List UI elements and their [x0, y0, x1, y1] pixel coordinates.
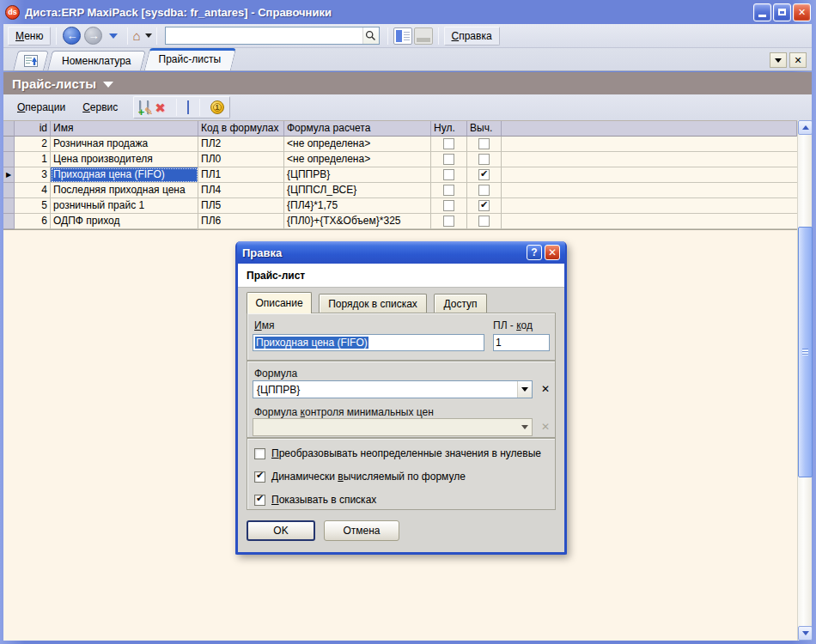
formula-combobox[interactable]: {ЦППРВ} [253, 380, 533, 398]
help-button[interactable]: Справка [444, 27, 500, 46]
table-row[interactable]: 5 розничный прайс 1 ПЛ5 {ПЛ4}*1,75 [3, 198, 797, 214]
checkbox-icon [254, 448, 265, 459]
home-icon[interactable]: ⌂ [132, 28, 140, 43]
section-dropdown-icon[interactable] [103, 82, 113, 88]
title-bar: ds Диста:ERP MaxiPack [sysdba: fr_antare… [0, 0, 816, 24]
table-view-button[interactable] [187, 101, 189, 113]
side-panel-icon [396, 30, 402, 42]
vych-checkbox [478, 216, 490, 227]
page-title: Прайс-листы [12, 76, 96, 91]
menu-operations[interactable]: Операции [9, 98, 74, 117]
side-panel-toggle-button[interactable] [393, 27, 412, 45]
close-button[interactable]: ✕ [793, 3, 811, 21]
app-logo-icon: ds [5, 5, 20, 20]
checkbox-icon [254, 495, 265, 506]
convert-undefined-checkbox[interactable]: Преобразовывать неопределенные значения … [254, 447, 541, 459]
currency-button[interactable]: 1 [210, 100, 224, 114]
vych-checkbox [478, 154, 490, 165]
tab-close-button[interactable]: ✕ [789, 52, 807, 68]
chevron-down-icon [521, 387, 528, 392]
edit-record-button[interactable] [147, 101, 149, 113]
table-row[interactable]: 4 Последняя приходная цена ПЛ4 {ЦППСЛ_ВС… [3, 183, 797, 198]
dialog-title: Правка [242, 246, 524, 259]
delete-record-button[interactable]: ✖ [155, 101, 166, 114]
show-in-lists-checkbox[interactable]: Показывать в списках [254, 494, 376, 506]
code-label: ПЛ - код [493, 319, 533, 331]
dialog-tab-access[interactable]: Доступ [434, 294, 487, 313]
chevron-down-icon [521, 425, 528, 429]
column-header-code[interactable]: Код в формулах [198, 121, 284, 137]
add-record-button[interactable] [139, 101, 141, 113]
tab-list-dropdown-button[interactable] [770, 52, 787, 68]
minimize-icon [758, 15, 766, 17]
table-row[interactable]: 3 Приходная цена (FIFO) ПЛ1 {ЦППРВ} [3, 167, 797, 183]
scrollbar-thumb[interactable] [798, 227, 813, 477]
nul-checkbox [443, 138, 454, 149]
name-input[interactable]: Приходная цена (FIFO) [253, 334, 484, 351]
history-dropdown-icon[interactable] [109, 33, 118, 39]
chevron-down-icon [775, 58, 782, 63]
scroll-down-button[interactable] [798, 626, 813, 641]
formula-panel: Формула {ЦППРВ} ✕ Формула контроля миним… [247, 361, 556, 438]
minimize-button[interactable] [753, 3, 771, 21]
bottom-panel-toggle-button[interactable] [414, 27, 433, 45]
bottom-panel-icon [417, 38, 430, 42]
table-icon [187, 100, 189, 114]
coin-icon: 1 [213, 103, 222, 112]
tab-start-page[interactable] [15, 51, 46, 70]
action-toolbar: ✖ 1 [133, 96, 230, 118]
search-input[interactable] [166, 28, 362, 43]
dynamic-formula-checkbox[interactable]: Динамически вычисляемый по формуле [254, 471, 466, 483]
name-label: Имя [254, 319, 274, 331]
edit-dialog: Правка ? ✕ Прайс-лист Описание Порядок в… [235, 241, 567, 555]
cancel-button[interactable]: Отмена [324, 520, 399, 541]
column-header-name[interactable]: Имя [51, 121, 198, 137]
scroll-up-button[interactable] [798, 120, 813, 135]
price-list-grid: id Имя Код в формулах Формула расчета Ну… [3, 121, 797, 229]
table-row[interactable]: 1 Цена производителя ПЛ0 <не определена> [3, 152, 797, 167]
vych-checkbox [478, 169, 490, 180]
selected-cell[interactable]: Приходная цена (FIFO) [51, 167, 198, 183]
tab-nomenklatura[interactable]: Номенклатура [50, 51, 143, 70]
back-button[interactable]: ← [63, 27, 81, 45]
column-header-formula[interactable]: Формула расчета [284, 121, 431, 137]
options-panel: Преобразовывать неопределенные значения … [247, 438, 556, 510]
table-row[interactable]: 2 Розничная продажа ПЛ2 <не определена> [3, 137, 797, 152]
menu-button[interactable]: Меню [8, 27, 51, 46]
dialog-close-button[interactable]: ✕ [545, 245, 560, 260]
ok-button[interactable]: OK [247, 520, 315, 541]
dropdown-button[interactable] [517, 381, 532, 398]
column-header-vych[interactable]: Выч. [467, 121, 502, 137]
separator [199, 99, 200, 116]
column-header-nul[interactable]: Нул. [431, 121, 467, 137]
arrow-up-icon [802, 125, 809, 130]
dialog-tab-description[interactable]: Описание [247, 292, 312, 313]
home-dropdown-icon[interactable] [145, 33, 152, 38]
min-price-formula-combobox [253, 418, 533, 436]
grid-header-row: id Имя Код в формулах Формула расчета Ну… [3, 121, 797, 137]
min-formula-clear-button: ✕ [538, 419, 553, 434]
section-header: Прайс-листы [3, 72, 812, 94]
dialog-tab-list-order[interactable]: Порядок в списках [319, 294, 427, 313]
formula-clear-button[interactable]: ✕ [538, 381, 553, 397]
dialog-help-button[interactable]: ? [527, 245, 542, 260]
document-tab-strip: Номенклатура Прайс-листы ✕ [3, 48, 812, 71]
forward-button[interactable]: → [84, 27, 102, 45]
code-input[interactable]: 1 [493, 334, 550, 351]
search-button[interactable] [362, 27, 379, 44]
maximize-button[interactable] [773, 3, 791, 21]
menu-service[interactable]: Сервис [74, 98, 126, 117]
selected-text: Приходная цена (FIFO) [255, 337, 368, 349]
add-record-icon [139, 100, 141, 114]
maximize-icon [778, 9, 786, 15]
table-row[interactable]: 6 ОДПФ приход ПЛ6 {ПЛ0}+{ТХ&Объем}*325 [3, 214, 797, 229]
separator [438, 27, 439, 45]
separator [156, 27, 157, 45]
nul-checkbox [443, 216, 454, 227]
column-header-id[interactable]: id [15, 121, 51, 137]
tab-price-lists[interactable]: Прайс-листы [147, 48, 234, 70]
dialog-body: Описание Порядок в списках Доступ Имя Пр… [238, 288, 564, 550]
name-panel: Имя Приходная цена (FIFO) ПЛ - код 1 [247, 313, 556, 361]
min-price-formula-label: Формула контроля минимальных цен [254, 406, 434, 418]
vertical-scrollbar[interactable] [797, 120, 812, 641]
